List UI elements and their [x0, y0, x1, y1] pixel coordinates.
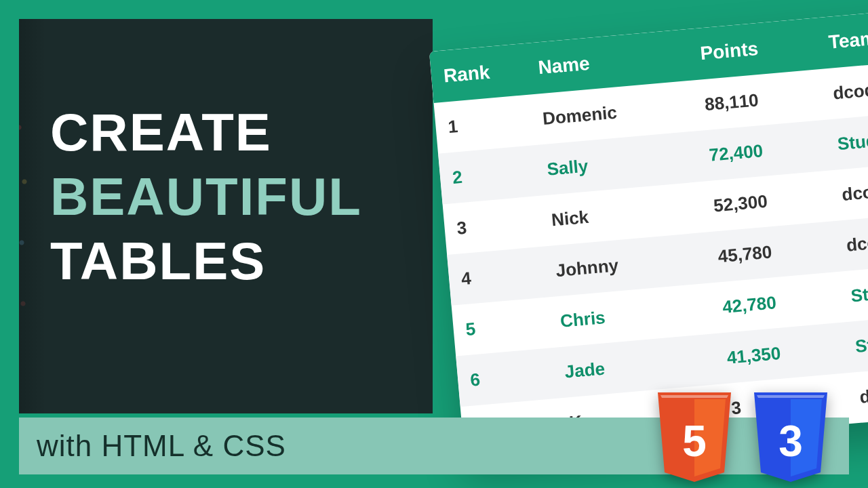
cell-rank: 1: [434, 95, 533, 154]
col-team-header: Team: [814, 7, 868, 69]
headline-line-3: TABLES: [50, 229, 362, 293]
tech-badges: 5 3: [654, 389, 831, 485]
headline-line-1: CREATE: [50, 100, 362, 165]
css3-badge-icon: 3: [750, 389, 831, 485]
html5-badge-number: 5: [654, 389, 735, 485]
headline-panel: CREATE BEAUTIFUL TABLES: [19, 19, 433, 413]
cell-rank: 2: [438, 145, 537, 204]
thumbnail-stage: CREATE BEAUTIFUL TABLES Rank Name Points…: [0, 0, 868, 488]
cell-rank: 6: [456, 348, 555, 407]
html5-badge-icon: 5: [654, 389, 735, 485]
cell-rank: 4: [447, 247, 546, 306]
headline-line-2: BEAUTIFUL: [50, 165, 362, 229]
cell-rank: 3: [443, 196, 542, 255]
headline: CREATE BEAUTIFUL TABLES: [50, 100, 362, 293]
css3-badge-number: 3: [750, 389, 831, 485]
subtitle-text: with HTML & CSS: [37, 429, 286, 463]
col-rank-header: Rank: [429, 43, 528, 103]
cell-rank: 5: [452, 298, 551, 357]
